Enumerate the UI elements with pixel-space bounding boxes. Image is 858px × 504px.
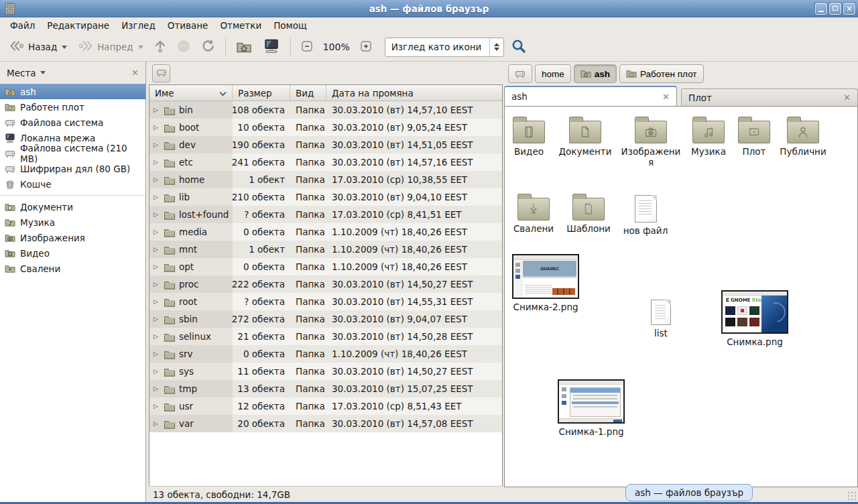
breadcrumb-button[interactable]: ash (574, 64, 617, 83)
expander-icon[interactable]: ▷ (154, 263, 160, 270)
table-row[interactable]: ▷dev190 обектаПапка30.03.2010 (вт) 14,51… (149, 136, 502, 153)
minimize-button[interactable] (815, 3, 827, 15)
sidebar-item[interactable]: Кошче (0, 176, 145, 192)
icon-view-item[interactable]: Видео (505, 115, 553, 158)
icon-view-file[interactable]: 𝐄 GNOME StoreСнимка.png (720, 290, 790, 348)
icon-view-item[interactable]: Плот (734, 115, 774, 158)
sidebar-item[interactable]: Изображения (0, 230, 145, 245)
search-button[interactable] (505, 36, 532, 59)
view-mode-select[interactable]: Изглед като икони (385, 38, 505, 57)
table-row[interactable]: ▷proc222 обектаПапка30.03.2010 (вт) 14,5… (149, 275, 502, 293)
table-row[interactable]: ▷mnt1 обектПапка1.10.2009 (чт) 18,40,26 … (149, 241, 502, 258)
stop-button[interactable] (172, 36, 195, 58)
expander-icon[interactable]: ▷ (154, 333, 160, 340)
tab-ash[interactable]: ash✕ (504, 86, 677, 106)
expander-icon[interactable]: ▷ (154, 403, 160, 410)
table-row[interactable]: ▷srv0 обектаПапка1.10.2009 (чт) 18,40,26… (149, 345, 502, 363)
expander-icon[interactable]: ▷ (154, 159, 160, 166)
breadcrumb-button[interactable] (508, 64, 532, 83)
sidebar-item[interactable]: Шифриран дял (80 GB) (0, 161, 145, 176)
expander-icon[interactable]: ▷ (154, 141, 160, 148)
expander-icon[interactable]: ▷ (154, 420, 160, 427)
sidebar-item[interactable]: Свалени (0, 261, 145, 276)
table-row[interactable]: ▷tmp13 обектаПапка30.03.2010 (вт) 15,07,… (149, 380, 502, 397)
menu-item-2[interactable]: Редактиране (41, 19, 115, 32)
table-row[interactable]: ▷var20 обектаПапка30.03.2010 (вт) 14,57,… (149, 415, 502, 432)
expander-icon[interactable]: ▷ (154, 281, 160, 288)
tab-close-icon[interactable]: ✕ (843, 92, 851, 103)
back-button[interactable]: Назад (4, 37, 72, 57)
table-row[interactable]: ▷bin108 обектаПапка30.03.2010 (вт) 14,57… (149, 101, 502, 119)
table-row[interactable]: ▷usr12 обектаПапка17.03.2010 (ср) 8,51,4… (149, 397, 502, 415)
table-row[interactable]: ▷etc241 обектаПапка30.03.2010 (вт) 14,57… (149, 153, 502, 171)
sidebar-item[interactable]: Работен плот (0, 99, 145, 115)
expander-icon[interactable]: ▷ (154, 351, 160, 357)
expander-icon[interactable]: ▷ (154, 298, 160, 305)
places-dropdown-icon[interactable] (40, 71, 46, 74)
table-row[interactable]: ▷home1 обектПапка17.03.2010 (ср) 10,38,5… (149, 171, 502, 188)
up-button[interactable] (149, 36, 171, 58)
breadcrumb-button[interactable]: Работен плот (619, 64, 704, 83)
expander-icon[interactable]: ▷ (154, 194, 160, 200)
icon-view-item[interactable]: Документи (553, 115, 617, 158)
taskbar-window-button[interactable]: ash — файлов браузър (625, 484, 753, 501)
zoom-in-button[interactable] (355, 37, 377, 58)
resize-grip[interactable] (847, 491, 857, 501)
menu-item-5[interactable]: Отметки (214, 19, 267, 32)
column-header[interactable]: Име (149, 85, 233, 101)
icon-view-file[interactable]: Снимка-1.png (556, 379, 626, 438)
table-row[interactable]: ▷media0 обектаПапка1.10.2009 (чт) 18,40,… (149, 223, 502, 241)
breadcrumb-button[interactable]: home (535, 64, 571, 83)
places-select[interactable]: Места (7, 68, 36, 78)
column-header[interactable]: Размер (233, 85, 290, 101)
table-row[interactable]: ▷boot10 обектаПапка30.03.2010 (вт) 9,05,… (149, 119, 502, 136)
tab-close-icon[interactable]: ✕ (662, 92, 670, 102)
menu-item-3[interactable]: Изглед (115, 19, 162, 32)
icon-view-item[interactable]: Свалени (507, 192, 560, 235)
sidebar-close-icon[interactable]: ✕ (131, 68, 139, 78)
column-header[interactable]: Вид (290, 85, 326, 101)
filesystem-root-button[interactable] (152, 64, 170, 82)
expander-icon[interactable]: ▷ (154, 107, 160, 113)
sidebar-item[interactable]: Документи (0, 199, 145, 214)
table-row[interactable]: ▷root? обектаПапка30.03.2010 (вт) 14,55,… (149, 293, 502, 310)
expander-icon[interactable]: ▷ (154, 211, 160, 218)
home-button[interactable] (231, 36, 257, 58)
icon-view-file[interactable]: GUADECСнимка-2.png (511, 254, 580, 313)
expander-icon[interactable]: ▷ (154, 385, 160, 392)
expander-icon[interactable]: ▷ (154, 124, 160, 131)
expander-icon[interactable]: ▷ (154, 176, 160, 183)
maximize-button[interactable] (829, 3, 841, 15)
icon-view-item[interactable]: Музика (683, 115, 734, 158)
menu-item-4[interactable]: Отиване (162, 19, 214, 32)
table-row[interactable]: ▷lib210 обектаПапка30.03.2010 (вт) 9,04,… (149, 188, 502, 206)
table-row[interactable]: ▷sbin272 обектаПапка30.03.2010 (вт) 9,04… (149, 310, 502, 328)
icon-view-item[interactable]: Шаблони (560, 192, 617, 235)
reload-button[interactable] (196, 36, 220, 58)
sidebar-item[interactable]: ash (0, 84, 145, 99)
icon-view-item[interactable]: нов файл (619, 192, 672, 237)
zoom-out-button[interactable] (296, 37, 318, 58)
icon-view-item[interactable]: Публични (775, 115, 831, 158)
menu-item-6[interactable]: Помощ (267, 19, 313, 32)
tab-Плот[interactable]: Плот✕ (681, 88, 858, 106)
sidebar-item[interactable]: Файлова система (210 MB) (0, 145, 145, 161)
expander-icon[interactable]: ▷ (154, 229, 160, 235)
close-button[interactable]: × (843, 3, 855, 15)
icon-view-file[interactable]: list (632, 300, 690, 339)
sidebar-item[interactable]: Файлова система (0, 115, 145, 130)
sidebar-item[interactable]: Видео (0, 245, 145, 261)
expander-icon[interactable]: ▷ (154, 316, 160, 322)
icon-view-item[interactable]: Изображения (619, 115, 683, 168)
forward-button[interactable]: Напред (73, 37, 147, 57)
table-row[interactable]: ▷opt0 обектаПапка1.10.2009 (чт) 18,40,26… (149, 258, 502, 275)
expander-icon[interactable]: ▷ (154, 368, 160, 375)
table-row[interactable]: ▷selinux21 обектаПапка30.03.2010 (вт) 14… (149, 328, 502, 345)
expander-icon[interactable]: ▷ (154, 246, 160, 253)
computer-button[interactable] (258, 36, 285, 59)
table-row[interactable]: ▷lost+found? обектаПапка17.03.2010 (ср) … (149, 206, 502, 223)
column-header[interactable]: Дата на промяна (326, 85, 502, 101)
table-row[interactable]: ▷sys11 обектаПапка30.03.2010 (вт) 14,50,… (149, 363, 502, 380)
sidebar-item[interactable]: Музика (0, 214, 145, 230)
menu-item-1[interactable]: Файл (4, 19, 41, 32)
